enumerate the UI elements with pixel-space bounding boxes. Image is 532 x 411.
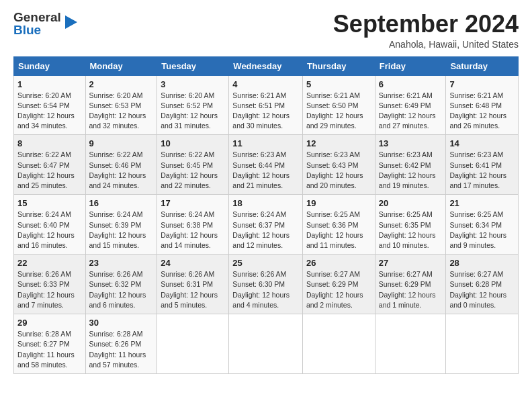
- day-cell-11: 11 Sunrise: 6:23 AM Sunset: 6:44 PM Dayl…: [229, 135, 303, 195]
- sunrise-label: Sunrise: 6:26 AM: [89, 270, 143, 278]
- daylight-label: Daylight: 12 hours and 10 minutes.: [379, 231, 436, 249]
- sunrise-label: Sunrise: 6:23 AM: [379, 150, 433, 158]
- daylight-label: Daylight: 12 hours and 12 minutes.: [232, 231, 290, 249]
- sunset-label: Sunset: 6:53 PM: [89, 101, 142, 109]
- sunset-label: Sunset: 6:26 PM: [89, 340, 142, 348]
- day-cell-1: 1 Sunrise: 6:20 AM Sunset: 6:54 PM Dayli…: [14, 75, 86, 135]
- header: General Blue September 2024 Anahola, Haw…: [13, 11, 519, 50]
- day-number: 27: [379, 258, 443, 268]
- day-cell-25: 25 Sunrise: 6:26 AM Sunset: 6:30 PM Dayl…: [229, 255, 303, 314]
- day-info: Sunrise: 6:26 AM Sunset: 6:33 PM Dayligh…: [17, 269, 82, 310]
- sunrise-label: Sunrise: 6:26 AM: [161, 270, 214, 278]
- daylight-label: Daylight: 12 hours and 0 minutes.: [449, 291, 506, 309]
- day-info: Sunrise: 6:23 AM Sunset: 6:43 PM Dayligh…: [306, 150, 371, 191]
- day-number: 9: [89, 138, 154, 148]
- daylight-label: Daylight: 11 hours and 58 minutes.: [17, 351, 75, 369]
- sunset-label: Sunset: 6:46 PM: [89, 161, 142, 169]
- day-number: 21: [449, 198, 515, 208]
- day-number: 2: [89, 79, 154, 89]
- daylight-label: Daylight: 12 hours and 27 minutes.: [379, 111, 436, 130]
- daylight-label: Daylight: 12 hours and 16 minutes.: [17, 231, 75, 249]
- day-info: Sunrise: 6:24 AM Sunset: 6:40 PM Dayligh…: [17, 210, 82, 250]
- day-info: Sunrise: 6:23 AM Sunset: 6:41 PM Dayligh…: [449, 150, 515, 191]
- sunrise-label: Sunrise: 6:24 AM: [89, 210, 143, 218]
- day-info: Sunrise: 6:21 AM Sunset: 6:48 PM Dayligh…: [449, 91, 515, 132]
- page: General Blue September 2024 Anahola, Haw…: [0, 0, 532, 411]
- day-cell-22: 22 Sunrise: 6:26 AM Sunset: 6:33 PM Dayl…: [14, 255, 86, 314]
- sunset-label: Sunset: 6:50 PM: [306, 101, 359, 109]
- sunset-label: Sunset: 6:43 PM: [306, 161, 359, 169]
- col-thursday: Thursday: [302, 56, 375, 75]
- day-info: Sunrise: 6:21 AM Sunset: 6:50 PM Dayligh…: [306, 91, 371, 132]
- day-cell-14: 14 Sunrise: 6:23 AM Sunset: 6:41 PM Dayl…: [446, 135, 519, 195]
- sunset-label: Sunset: 6:33 PM: [17, 280, 70, 288]
- logo: General Blue: [13, 11, 79, 36]
- day-number: 30: [89, 318, 154, 328]
- day-number: 12: [306, 138, 371, 148]
- sunset-label: Sunset: 6:31 PM: [161, 280, 213, 288]
- svg-marker-0: [65, 15, 77, 29]
- sunrise-label: Sunrise: 6:28 AM: [17, 330, 71, 338]
- daylight-label: Daylight: 12 hours and 14 minutes.: [161, 231, 218, 249]
- day-cell-27: 27 Sunrise: 6:27 AM Sunset: 6:29 PM Dayl…: [375, 255, 446, 314]
- day-number: 10: [161, 138, 225, 148]
- daylight-label: Daylight: 12 hours and 24 minutes.: [89, 171, 146, 189]
- daylight-label: Daylight: 11 hours and 57 minutes.: [89, 351, 146, 369]
- sunset-label: Sunset: 6:45 PM: [161, 161, 213, 169]
- sunset-label: Sunset: 6:47 PM: [17, 161, 70, 169]
- title-block: September 2024 Anahola, Hawaii, United S…: [333, 11, 519, 50]
- sunset-label: Sunset: 6:27 PM: [17, 340, 70, 348]
- day-info: Sunrise: 6:26 AM Sunset: 6:30 PM Dayligh…: [232, 269, 299, 310]
- day-cell-9: 9 Sunrise: 6:22 AM Sunset: 6:46 PM Dayli…: [85, 135, 157, 195]
- sunset-label: Sunset: 6:41 PM: [449, 161, 502, 169]
- day-info: Sunrise: 6:22 AM Sunset: 6:47 PM Dayligh…: [17, 150, 82, 191]
- day-info: Sunrise: 6:25 AM Sunset: 6:34 PM Dayligh…: [449, 210, 515, 250]
- day-info: Sunrise: 6:22 AM Sunset: 6:45 PM Dayligh…: [161, 150, 225, 191]
- sunrise-label: Sunrise: 6:21 AM: [232, 91, 286, 99]
- day-cell-21: 21 Sunrise: 6:25 AM Sunset: 6:34 PM Dayl…: [446, 195, 519, 255]
- day-number: 3: [161, 79, 225, 89]
- daylight-label: Daylight: 12 hours and 20 minutes.: [306, 171, 363, 189]
- sunrise-label: Sunrise: 6:22 AM: [161, 150, 214, 158]
- day-number: 23: [89, 258, 154, 268]
- day-number: 28: [449, 258, 515, 268]
- sunrise-label: Sunrise: 6:22 AM: [89, 150, 143, 158]
- calendar-week-4: 22 Sunrise: 6:26 AM Sunset: 6:33 PM Dayl…: [14, 255, 519, 314]
- day-number: 15: [17, 198, 82, 208]
- day-number: 7: [449, 79, 515, 89]
- day-cell-5: 5 Sunrise: 6:21 AM Sunset: 6:50 PM Dayli…: [302, 75, 375, 135]
- day-info: Sunrise: 6:21 AM Sunset: 6:49 PM Dayligh…: [379, 91, 443, 132]
- sunrise-label: Sunrise: 6:27 AM: [379, 270, 433, 278]
- logo-icon: [64, 13, 79, 32]
- day-number: 6: [379, 79, 443, 89]
- empty-cell: [229, 314, 303, 374]
- day-info: Sunrise: 6:25 AM Sunset: 6:36 PM Dayligh…: [306, 210, 371, 250]
- day-info: Sunrise: 6:24 AM Sunset: 6:37 PM Dayligh…: [232, 210, 299, 250]
- day-number: 22: [17, 258, 82, 268]
- day-number: 14: [449, 138, 515, 148]
- day-info: Sunrise: 6:20 AM Sunset: 6:52 PM Dayligh…: [161, 91, 225, 132]
- day-cell-15: 15 Sunrise: 6:24 AM Sunset: 6:40 PM Dayl…: [14, 195, 86, 255]
- sunrise-label: Sunrise: 6:27 AM: [306, 270, 360, 278]
- day-cell-16: 16 Sunrise: 6:24 AM Sunset: 6:39 PM Dayl…: [85, 195, 157, 255]
- col-friday: Friday: [375, 56, 446, 75]
- sunset-label: Sunset: 6:34 PM: [449, 221, 502, 229]
- sunset-label: Sunset: 6:38 PM: [161, 221, 213, 229]
- sunrise-label: Sunrise: 6:27 AM: [449, 270, 503, 278]
- sunset-label: Sunset: 6:48 PM: [449, 101, 502, 109]
- daylight-label: Daylight: 12 hours and 30 minutes.: [232, 111, 290, 130]
- day-number: 24: [161, 258, 225, 268]
- month-title: September 2024: [333, 11, 519, 38]
- day-info: Sunrise: 6:25 AM Sunset: 6:35 PM Dayligh…: [379, 210, 443, 250]
- sunrise-label: Sunrise: 6:23 AM: [306, 150, 360, 158]
- day-cell-6: 6 Sunrise: 6:21 AM Sunset: 6:49 PM Dayli…: [375, 75, 446, 135]
- day-cell-17: 17 Sunrise: 6:24 AM Sunset: 6:38 PM Dayl…: [157, 195, 229, 255]
- col-monday: Monday: [85, 56, 157, 75]
- col-saturday: Saturday: [446, 56, 519, 75]
- sunset-label: Sunset: 6:51 PM: [232, 101, 285, 109]
- day-number: 25: [232, 258, 299, 268]
- calendar-week-5: 29 Sunrise: 6:28 AM Sunset: 6:27 PM Dayl…: [14, 314, 519, 374]
- day-number: 20: [379, 198, 443, 208]
- sunrise-label: Sunrise: 6:28 AM: [89, 330, 143, 338]
- sunrise-label: Sunrise: 6:24 AM: [232, 210, 286, 218]
